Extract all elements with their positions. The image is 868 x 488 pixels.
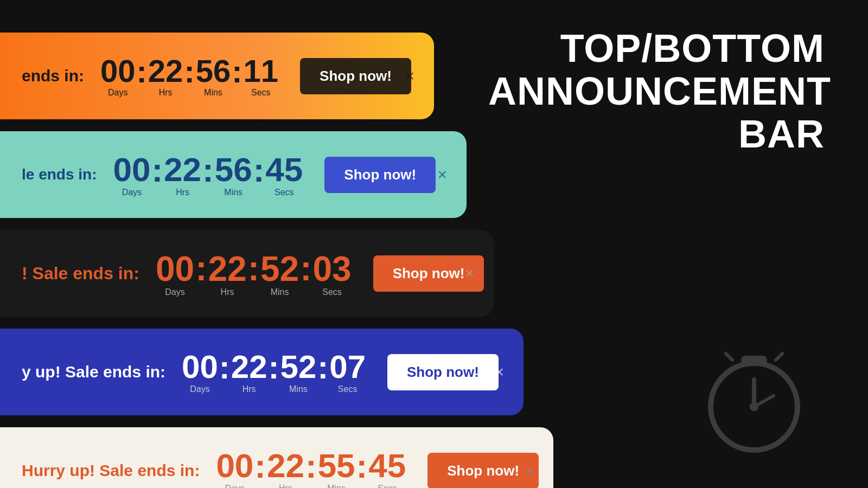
announcement-bar-2: le ends in: 00 Days : 22 Hrs : 56 Mins :… [0,131,467,218]
bar-4-mins-unit: 52 Mins [280,351,317,395]
title-line2: ANNOUNCEMENT [488,70,825,113]
bar-5-colon2: : [305,447,317,489]
bar-3-timer: 00 Days : 22 Hrs : 52 Mins : 03 Secs [156,248,352,298]
bar-4-colon2: : [269,349,279,396]
bar-5-secs-label: Secs [378,483,397,488]
bar-4-days: 00 [182,351,218,383]
bar-2-hrs-unit: 22 Hrs [164,153,201,198]
bar-1-shop-button[interactable]: Shop now! [300,58,411,94]
announcement-bar-3: ! Sale ends in: 00 Days : 22 Hrs : 52 Mi… [0,230,494,317]
svg-line-5 [726,354,732,360]
bar-5-hrs: 22 [267,449,304,483]
bar-2-secs-unit: 45 Secs [265,153,303,198]
bar-1-days-label: Days [108,87,127,99]
bar-1-secs-unit: 11 Secs [244,55,279,99]
bar-5-shop-button[interactable]: Shop now! [427,453,539,489]
bar-1-mins: 56 [196,55,231,87]
bar-5-mins: 55 [318,449,355,483]
bar-4-colon3: : [317,349,328,396]
bar-2-days-unit: 00 Days [113,153,150,198]
bar-1-secs-label: Secs [251,87,271,99]
bar-2-mins-label: Mins [224,187,242,198]
bar-5-days-label: Days [225,483,245,488]
stopwatch-icon [694,336,814,455]
bar-4-secs-unit: 07 Secs [329,351,366,395]
bar-1-timer: 00 Days : 22 Hrs : 56 Mins : 11 Secs [100,53,278,99]
bar-1-mins-unit: 56 Mins [196,55,231,99]
title-line1: TOP/BOTTOM [488,27,825,70]
bar-3-hrs: 22 [208,252,246,286]
bar-4-secs: 07 [329,351,366,383]
bar-3-colon2: : [248,248,259,298]
bar-2-timer: 00 Days : 22 Hrs : 56 Mins : 45 Secs [113,151,303,199]
bar-3-mins: 52 [260,252,299,286]
bar-5-secs: 45 [368,449,406,483]
bar-2-close-button[interactable]: × [437,166,447,183]
bar-4-colon1: : [219,349,230,396]
title-line3: BAR [488,113,825,156]
bar-3-close-button[interactable]: × [464,265,474,281]
bar-3-mins-unit: 52 Mins [260,252,299,298]
bar-2-hrs-label: Hrs [176,187,189,198]
bar-5-timer: 00 Days : 22 Hrs : 55 Mins : 45 Secs [216,447,406,489]
announcement-bar-4: y up! Sale ends in: 00 Days : 22 Hrs : 5… [0,329,524,415]
bar-1-hrs-unit: 22 Hrs [148,55,183,99]
bar-1-hrs-label: Hrs [159,87,173,99]
bar-4-secs-label: Secs [338,383,358,395]
bar-2-days-label: Days [122,187,142,198]
bar-4-hrs: 22 [231,351,267,383]
bar-4-hrs-unit: 22 Hrs [231,351,267,395]
bar-1-label: ends in: [22,67,84,85]
bar-5-colon1: : [254,447,266,489]
bar-2-secs-label: Secs [275,187,294,198]
bar-1-colon1: : [137,53,147,99]
bar-5-hrs-unit: 22 Hrs [267,449,304,488]
bar-2-days: 00 [113,153,150,187]
bar-4-days-unit: 00 Days [182,351,218,395]
bar-3-colon3: : [300,248,311,298]
bar-2-secs: 45 [265,153,303,187]
bar-3-days-unit: 00 Days [156,252,194,298]
bar-2-colon1: : [151,151,163,199]
bar-1-mins-label: Mins [204,87,222,99]
bar-4-days-label: Days [190,383,209,395]
svg-line-6 [776,354,782,360]
bar-5-secs-unit: 45 Secs [368,449,406,488]
bar-5-days: 00 [216,449,253,483]
announcement-bar-1: ends in: 00 Days : 22 Hrs : 56 Mins : 11… [0,33,434,119]
bar-5-close-button[interactable]: × [524,463,534,479]
bar-2-colon3: : [253,151,265,199]
bar-4-hrs-label: Hrs [242,383,256,395]
bar-2-label: le ends in: [22,166,97,183]
bar-2-mins: 56 [215,153,252,187]
bar-5-label: Hurry up! Sale ends in: [22,461,200,480]
bar-3-colon1: : [195,248,207,298]
bar-4-mins: 52 [280,351,317,383]
bar-3-label: ! Sale ends in: [22,264,139,284]
bar-1-colon3: : [232,53,242,99]
bar-5-mins-label: Mins [327,483,346,488]
bars-container: ends in: 00 Days : 22 Hrs : 56 Mins : 11… [0,33,526,488]
bar-4-shop-button[interactable]: Shop now! [387,354,499,390]
bar-4-timer: 00 Days : 22 Hrs : 52 Mins : 07 Secs [182,349,366,396]
bar-3-secs-unit: 03 Secs [312,252,351,298]
bar-4-label: y up! Sale ends in: [22,363,165,381]
bar-2-mins-unit: 56 Mins [215,153,252,198]
bar-2-shop-button[interactable]: Shop now! [324,157,436,193]
bar-1-close-button[interactable]: × [405,68,414,84]
announcement-bar-5: Hurry up! Sale ends in: 00 Days : 22 Hrs… [0,427,553,488]
bar-5-days-unit: 00 Days [216,449,253,488]
page-title: TOP/BOTTOM ANNOUNCEMENT BAR [488,27,825,156]
bar-3-secs: 03 [312,252,351,286]
bar-3-mins-label: Mins [271,286,289,298]
bar-4-mins-label: Mins [289,383,308,395]
bar-2-hrs: 22 [164,153,201,187]
bar-1-colon2: : [184,53,194,99]
bar-3-days: 00 [156,252,194,286]
bar-5-hrs-label: Hrs [279,483,292,488]
bar-5-colon3: : [356,447,368,489]
bar-3-secs-label: Secs [322,286,342,298]
bar-1-days-unit: 00 Days [100,55,136,99]
bar-4-close-button[interactable]: × [494,364,504,380]
svg-point-7 [750,402,758,411]
